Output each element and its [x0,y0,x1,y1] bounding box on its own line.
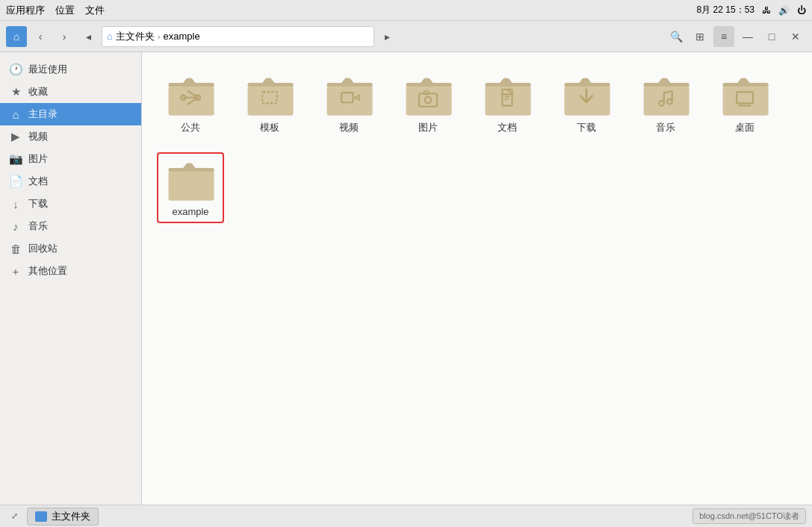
file-item-templates[interactable]: 模板 [236,67,303,140]
file-item-videos[interactable]: 视频 [315,67,382,140]
sidebar-label-music: 音乐 [28,219,48,233]
sidebar-item-trash[interactable]: 🗑 回收站 [0,237,141,260]
other-places-icon: + [9,265,22,278]
folder-label-music: 音乐 [656,121,675,134]
breadcrumb-sub[interactable]: example [164,31,200,42]
recent-icon: 🕐 [9,63,22,76]
volume-icon: 🔊 [778,5,790,16]
breadcrumb: ⌂ 主文件夹 › example [102,26,374,47]
sidebar-item-recent[interactable]: 🕐 最近使用 [0,58,141,81]
nav-left-button[interactable]: ◂ [78,26,99,47]
breadcrumb-home[interactable]: 主文件夹 [116,30,155,43]
menu-places[interactable]: 位置 [55,4,75,17]
power-icon[interactable]: ⏻ [797,5,806,16]
minimize-button[interactable]: — [737,26,758,47]
svg-rect-23 [723,86,769,115]
folder-label-videos: 视频 [339,121,359,134]
sidebar-item-pictures[interactable]: 📷 图片 [0,148,141,170]
sidebar-item-home[interactable]: ⌂ 主目录 [0,103,141,125]
home-indicator: ⌂ [6,26,27,47]
folder-icon-downloads [560,73,613,118]
favorites-icon: ★ [9,85,22,99]
search-button[interactable]: 🔍 [666,26,687,47]
folder-label-desktop: 桌面 [735,121,754,134]
folder-icon-music [639,73,692,118]
sidebar-item-favorites[interactable]: ★ 收藏 [0,81,141,103]
system-tray: 8月 22 15：53 🖧 🔊 ⏻ [697,4,806,16]
folder-label-example: example [172,206,208,217]
videos-icon: ▶ [9,130,22,143]
file-item-music[interactable]: 音乐 [632,67,699,140]
content-area: 🕐 最近使用 ★ 收藏 ⌂ 主目录 ▶ 视频 📷 图片 📄 文档 [0,52,812,505]
home-indicator-icon: ⌂ [13,31,19,43]
restore-button[interactable]: □ [761,26,782,47]
sidebar-item-downloads[interactable]: ↓ 下载 [0,193,141,215]
folder-icon-example [164,158,217,203]
forward-button[interactable]: › [54,26,75,47]
folder-label-downloads: 下载 [577,121,596,134]
file-area: 公共 模板 视频 图片 [142,52,812,505]
back-button[interactable]: ‹ [30,26,51,47]
list-view-button[interactable]: ⊞ [689,26,710,47]
file-item-public[interactable]: 公共 [157,67,224,140]
home-icon: ⌂ [107,31,113,42]
sidebar-item-videos[interactable]: ▶ 视频 [0,125,141,148]
folder-icon-documents [480,73,534,118]
sidebar: 🕐 最近使用 ★ 收藏 ⌂ 主目录 ▶ 视频 📷 图片 📄 文档 [0,52,142,505]
file-manager-window: ⌂ ‹ › ◂ ⌂ 主文件夹 › example ▸ 🔍 ⊞ ≡ — □ ✕ 🕐… [0,21,812,527]
sidebar-label-other-places: 其他位置 [28,264,67,278]
statusbar-left: ⤢ 主文件夹 [6,508,99,526]
file-item-desktop[interactable]: 桌面 [711,67,778,140]
music-icon: ♪ [9,220,22,233]
sidebar-label-favorites: 收藏 [28,85,48,99]
system-bar: 应用程序 位置 文件 8月 22 15：53 🖧 🔊 ⏻ [0,0,812,21]
documents-icon: 📄 [9,175,22,188]
file-item-pictures[interactable]: 图片 [394,67,462,140]
grid-view-button[interactable]: ≡ [713,26,734,47]
folder-icon-templates [243,73,297,118]
svg-rect-5 [327,86,373,115]
statusbar-folder-button[interactable]: 主文件夹 [27,508,99,526]
sidebar-label-home: 主目录 [28,107,58,121]
folder-icon-public [164,73,217,118]
menu-apps[interactable]: 应用程序 [6,4,45,17]
sidebar-item-other-places[interactable]: + 其他位置 [0,260,141,282]
sidebar-label-trash: 回收站 [28,242,58,255]
folder-icon-videos [322,73,376,118]
nav-right-button[interactable]: ▸ [377,26,398,47]
sidebar-label-downloads: 下载 [28,197,48,211]
expand-button[interactable]: ⤢ [6,508,22,525]
menu-file[interactable]: 文件 [85,4,105,17]
statusbar: ⤢ 主文件夹 blog.csdn.net@51CTO读者 [0,505,812,527]
system-menu-bar: 应用程序 位置 文件 [6,4,105,17]
close-button[interactable]: ✕ [785,26,806,47]
sidebar-item-documents[interactable]: 📄 文档 [0,170,141,193]
file-grid: 公共 模板 视频 图片 [157,67,797,223]
trash-icon: 🗑 [9,243,22,255]
toolbar-right-controls: 🔍 ⊞ ≡ — □ ✕ [666,26,806,47]
file-item-example[interactable]: example [157,152,224,223]
sidebar-label-pictures: 图片 [28,152,48,166]
svg-rect-8 [406,86,452,115]
svg-rect-27 [169,171,214,200]
folder-label-documents: 文档 [498,121,517,134]
statusbar-watermark: blog.csdn.net@51CTO读者 [692,508,806,524]
sidebar-label-recent: 最近使用 [28,63,67,76]
folder-label-pictures: 图片 [418,121,438,134]
network-icon: 🖧 [762,5,771,16]
toolbar: ⌂ ‹ › ◂ ⌂ 主文件夹 › example ▸ 🔍 ⊞ ≡ — □ ✕ [0,21,812,52]
file-item-documents[interactable]: 文档 [474,67,541,140]
file-item-downloads[interactable]: 下载 [553,67,620,140]
folder-icon-pictures [401,73,455,118]
home-nav-icon: ⌂ [9,108,22,121]
statusbar-folder-label: 主文件夹 [52,510,90,523]
breadcrumb-separator: › [158,32,161,41]
sidebar-label-documents: 文档 [28,175,48,188]
svg-rect-0 [169,86,214,115]
pictures-icon: 📷 [9,152,22,166]
statusbar-folder-icon [35,511,47,522]
sidebar-item-music[interactable]: ♪ 音乐 [0,215,141,237]
svg-rect-3 [248,86,294,115]
svg-rect-17 [644,86,689,115]
sidebar-label-videos: 视频 [28,130,48,143]
